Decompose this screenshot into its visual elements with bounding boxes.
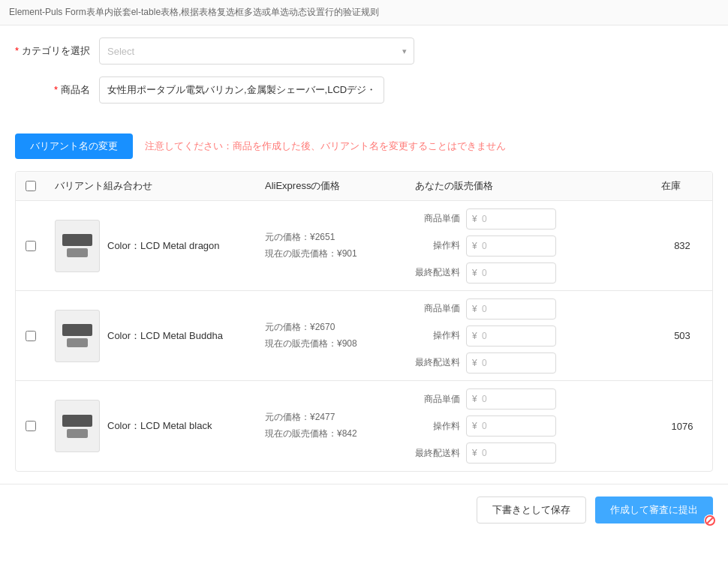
variant-table: バリアント組み合わせ AliExpressの価格 あなたの販売価格 在庫 Col… <box>15 171 713 472</box>
row2-handling-wrapper: ¥ <box>466 326 556 346</box>
category-label: *カテゴリを選択 <box>15 44 90 58</box>
category-select[interactable]: Select <box>99 38 414 64</box>
shipping-label-3: 最終配送料 <box>415 447 460 460</box>
row3-stock-cell: 1076 <box>652 412 712 441</box>
row3-aliexpress-price-cell: 元の価格：¥2477 現在の販売価格：¥842 <box>256 400 406 451</box>
yen-icon-2: ¥ <box>472 241 477 251</box>
row1-unit-price-row: 商品単価 ¥ <box>415 208 643 230</box>
row2-unit-price-row: 商品単価 ¥ <box>415 298 643 320</box>
submit-button-label: 作成して審査に提出 <box>610 504 698 515</box>
table-row: Color：LCD Metal black 元の価格：¥2477 現在の販売価格… <box>16 381 712 471</box>
row3-unit-price-wrapper: ¥ <box>466 388 556 410</box>
row3-shipping-wrapper: ¥ <box>466 442 556 464</box>
row3-handling-wrapper: ¥ <box>466 416 556 436</box>
row3-variant-name: Color：LCD Metal black <box>107 419 212 433</box>
row2-checkbox-cell <box>16 322 46 350</box>
submit-button[interactable]: 作成して審査に提出 <box>595 496 713 524</box>
table-header: バリアント組み合わせ AliExpressの価格 あなたの販売価格 在庫 <box>16 172 712 201</box>
row3-product-image <box>55 400 100 452</box>
warning-text: 注意してください：商品を作成した後、バリアント名を変更することはできません <box>145 140 506 153</box>
yen-icon-6: ¥ <box>472 358 477 368</box>
row2-unit-price-wrapper: ¥ <box>466 298 556 320</box>
row2-pricing-cell: 商品単価 ¥ 操作料 ¥ 最終配送料 ¥ <box>406 292 652 380</box>
select-all-checkbox[interactable] <box>26 181 36 191</box>
row1-stock-cell: 832 <box>652 231 712 260</box>
row2-variant-name: Color：LCD Metal Buddha <box>107 329 223 343</box>
product-name-row: *商品名 <box>15 76 713 104</box>
row2-current-price: 現在の販売価格：¥908 <box>265 336 397 352</box>
row3-pricing-cell: 商品単価 ¥ 操作料 ¥ 最終配送料 ¥ <box>406 382 652 470</box>
row1-current-price: 現在の販売価格：¥901 <box>265 246 397 262</box>
row1-variant-name: Color：LCD Metal dragon <box>107 239 220 253</box>
shipping-label-2: 最終配送料 <box>415 356 460 369</box>
row3-handling-fee-input[interactable] <box>466 416 556 436</box>
row2-aliexpress-price-cell: 元の価格：¥2670 現在の販売価格：¥908 <box>256 310 406 361</box>
row2-handling-fee-row: 操作料 ¥ <box>415 326 643 346</box>
row1-checkbox[interactable] <box>26 241 36 251</box>
no-entry-icon <box>704 514 716 526</box>
save-draft-button[interactable]: 下書きとして保存 <box>477 496 586 524</box>
handling-fee-label-2: 操作料 <box>415 329 460 342</box>
product-name-input[interactable] <box>99 76 384 104</box>
required-star: * <box>15 45 19 56</box>
img-block-sm-3 <box>67 429 88 438</box>
img-block-1 <box>62 234 92 246</box>
handling-fee-label-1: 操作料 <box>415 239 460 252</box>
row3-current-price: 現在の販売価格：¥842 <box>265 426 397 442</box>
yen-icon-4: ¥ <box>472 304 477 314</box>
category-row: *カテゴリを選択 Select ▾ <box>15 38 713 64</box>
row1-handling-fee-row: 操作料 ¥ <box>415 236 643 256</box>
row3-unit-price-input[interactable] <box>466 388 556 410</box>
table-row: Color：LCD Metal Buddha 元の価格：¥2670 現在の販売価… <box>16 291 712 381</box>
variant-header-row: バリアント名の変更 注意してください：商品を作成した後、バリアント名を変更するこ… <box>15 134 713 159</box>
row2-unit-price-input[interactable] <box>466 298 556 320</box>
yen-icon-1: ¥ <box>472 214 477 224</box>
row1-shipping-row: 最終配送料 ¥ <box>415 262 643 284</box>
unit-price-label-1: 商品単価 <box>415 212 460 225</box>
row3-original-price: 元の価格：¥2477 <box>265 410 397 426</box>
row1-handling-fee-input[interactable] <box>466 236 556 256</box>
required-star-2: * <box>54 84 58 95</box>
row1-pricing-cell: 商品単価 ¥ 操作料 ¥ 最終配送料 ¥ <box>406 202 652 290</box>
th-checkbox <box>16 179 46 193</box>
row1-shipping-input[interactable] <box>466 262 556 284</box>
row3-checkbox[interactable] <box>26 421 36 431</box>
row2-shipping-wrapper: ¥ <box>466 352 556 374</box>
footer-actions: 下書きとして保存 作成して審査に提出 <box>0 484 728 536</box>
row1-handling-wrapper: ¥ <box>466 236 556 256</box>
yen-icon-7: ¥ <box>472 394 477 404</box>
shipping-label-1: 最終配送料 <box>415 266 460 279</box>
row1-unit-price-input[interactable] <box>466 208 556 230</box>
row1-product-image <box>55 220 100 272</box>
yen-icon-8: ¥ <box>472 421 477 431</box>
img-block-sm-1 <box>67 248 88 257</box>
row3-shipping-input[interactable] <box>466 442 556 464</box>
th-stock: 在庫 <box>652 179 712 193</box>
th-your-price: あなたの販売価格 <box>406 179 652 193</box>
row3-shipping-row: 最終配送料 ¥ <box>415 442 643 464</box>
row2-shipping-input[interactable] <box>466 352 556 374</box>
img-block-2 <box>62 324 92 336</box>
img-block-3 <box>62 415 92 427</box>
row2-handling-fee-input[interactable] <box>466 326 556 346</box>
form-section: *カテゴリを選択 Select ▾ *商品名 <box>0 26 728 128</box>
row1-aliexpress-price-cell: 元の価格：¥2651 現在の販売価格：¥901 <box>256 220 406 271</box>
row1-checkbox-cell <box>16 232 46 260</box>
yen-icon-3: ¥ <box>472 268 477 278</box>
row3-variant-cell: Color：LCD Metal black <box>46 391 256 461</box>
no-circle-shape <box>705 515 715 526</box>
row2-shipping-row: 最終配送料 ¥ <box>415 352 643 374</box>
row3-unit-price-row: 商品単価 ¥ <box>415 388 643 410</box>
row2-original-price: 元の価格：¥2670 <box>265 320 397 336</box>
page-title: Element-Puls Form表单内嵌套el-table表格,根据表格复选框… <box>0 0 728 26</box>
unit-price-label-2: 商品単価 <box>415 302 460 315</box>
change-variant-button[interactable]: バリアント名の変更 <box>15 134 133 159</box>
row2-checkbox[interactable] <box>26 331 36 341</box>
product-name-label: *商品名 <box>15 83 90 97</box>
row3-checkbox-cell <box>16 412 46 440</box>
handling-fee-label-3: 操作料 <box>415 420 460 433</box>
table-row: Color：LCD Metal dragon 元の価格：¥2651 現在の販売価… <box>16 201 712 291</box>
variant-section: バリアント名の変更 注意してください：商品を作成した後、バリアント名を変更するこ… <box>0 128 728 484</box>
row1-variant-cell: Color：LCD Metal dragon <box>46 211 256 281</box>
row1-unit-price-wrapper: ¥ <box>466 208 556 230</box>
